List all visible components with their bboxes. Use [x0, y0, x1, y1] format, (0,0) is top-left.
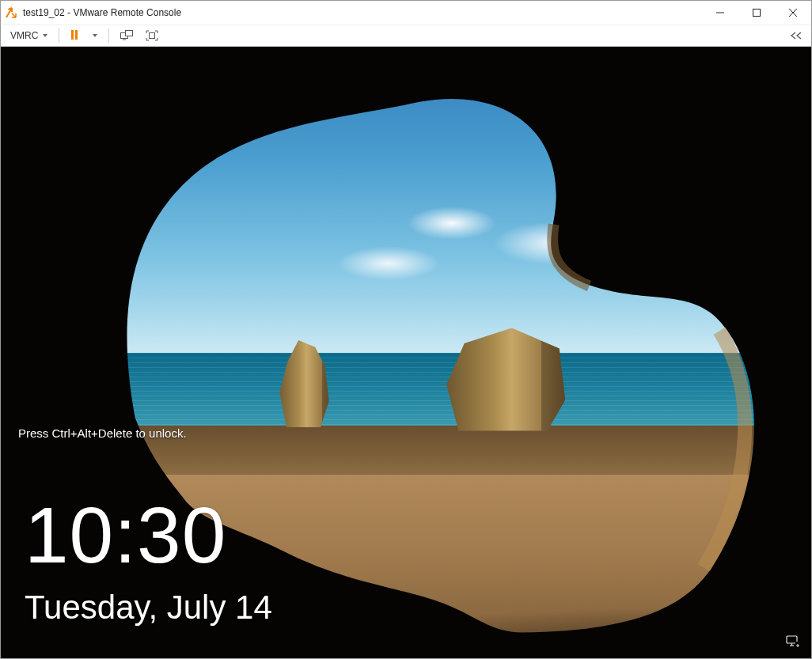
lockscreen-time: 10:30 — [25, 495, 272, 574]
maximize-button[interactable] — [738, 1, 775, 25]
vmrc-menu[interactable]: VMRC — [6, 27, 52, 44]
fullscreen-button[interactable] — [141, 27, 163, 44]
unlock-hint: Press Ctrl+Alt+Delete to unlock. — [18, 426, 187, 440]
vmrc-menu-label: VMRC — [10, 30, 38, 41]
lockscreen-date: Tuesday, July 14 — [25, 589, 272, 627]
toolbar: VMRC — [1, 25, 811, 47]
pause-button[interactable] — [66, 27, 83, 44]
titlebar[interactable]: test19_02 - VMware Remote Console — [1, 1, 811, 25]
collapse-toolbar-button[interactable] — [786, 27, 806, 44]
close-button[interactable] — [775, 1, 811, 25]
chevron-down-icon — [93, 34, 97, 37]
svg-rect-0 — [753, 9, 761, 17]
wallpaper-rock — [446, 328, 565, 431]
double-chevron-left-icon — [791, 32, 802, 40]
send-cad-icon — [120, 30, 133, 41]
power-menu[interactable] — [86, 27, 102, 44]
separator — [59, 28, 59, 43]
minimize-button[interactable] — [702, 1, 738, 25]
svg-rect-2 — [126, 31, 133, 36]
wallpaper-clouds — [325, 169, 747, 304]
separator — [108, 28, 109, 43]
lockscreen-info: 10:30 Tuesday, July 14 — [25, 495, 272, 627]
app-window: test19_02 - VMware Remote Console VMRC — [0, 0, 812, 659]
svg-rect-3 — [150, 33, 155, 39]
remote-console[interactable]: Press Ctrl+Alt+Delete to unlock. 10:30 T… — [1, 47, 811, 658]
network-tray-icon[interactable] — [786, 634, 800, 650]
pause-icon — [70, 30, 78, 42]
app-icon — [1, 7, 21, 18]
fullscreen-icon — [146, 30, 158, 41]
send-ctrl-alt-del-button[interactable] — [116, 27, 138, 44]
window-title: test19_02 - VMware Remote Console — [21, 7, 181, 18]
chevron-down-icon — [43, 34, 47, 37]
